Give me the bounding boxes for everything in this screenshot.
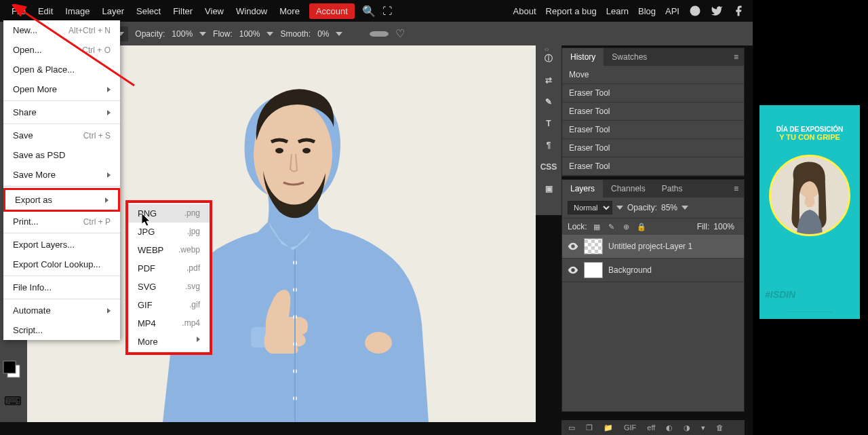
twitter-icon[interactable] [711,5,723,17]
menu-open-place[interactable]: Open & Place... [3,60,120,79]
export-mp4[interactable]: MP4.mp4 [128,314,210,333]
tab-paths[interactable]: Paths [654,180,691,197]
brush-shape-icon[interactable] [370,31,389,37]
menu-image[interactable]: Image [59,2,96,20]
panel-menu-icon[interactable]: ≡ [728,50,744,64]
link-bug[interactable]: Report a bug [546,6,597,16]
menu-window[interactable]: Window [230,2,273,20]
reddit-icon[interactable] [689,5,701,17]
menu-open[interactable]: Open...Ctrl + O [3,40,120,60]
panel-menu-icon[interactable]: ≡ [728,181,744,196]
tab-swatches[interactable]: Swatches [604,48,655,66]
menu-automate[interactable]: Automate [3,301,120,320]
lock-pixels-icon[interactable]: ✎ [606,221,617,232]
link-api[interactable]: API [665,6,679,16]
mask-icon[interactable]: ◐ [663,422,675,434]
brush-icon[interactable]: ✎ [540,93,557,111]
history-item[interactable]: Eraser Tool [562,157,744,176]
text-icon[interactable]: T [540,115,557,132]
menu-export-lookup[interactable]: Export Color Lookup... [3,254,120,274]
opacity-value[interactable]: 100% [172,29,193,39]
menu-save-psd[interactable]: Save as PSD [3,145,120,165]
lock-position-icon[interactable]: ⊕ [621,221,632,232]
menu-file-info[interactable]: File Info... [3,278,120,297]
opacity-dropdown-icon[interactable] [199,32,206,36]
link-about[interactable]: About [513,6,536,16]
history-item[interactable]: Move [562,66,744,84]
chevron-right-icon [197,337,200,342]
history-item[interactable]: Eraser Tool [562,84,744,102]
chevron-down-icon[interactable] [616,206,623,210]
menu-edit[interactable]: Edit [32,2,59,20]
image-icon[interactable]: ▣ [540,180,557,197]
duplicate-icon[interactable]: ❐ [583,422,595,434]
menu-more[interactable]: More [273,2,306,20]
menu-file[interactable]: File [5,2,32,20]
lock-all-icon[interactable]: 🔒 [636,221,647,232]
lock-label: Lock: [568,222,587,231]
menu-export-layers[interactable]: Export Layers... [3,235,120,254]
svg-rect-2 [3,361,16,373]
menu-export-as[interactable]: Export as [3,188,120,212]
menu-filter[interactable]: Filter [167,2,199,20]
search-icon[interactable]: 🔍 [362,5,376,18]
menu-save-more[interactable]: Save More [3,165,120,185]
layer-row[interactable]: Untitled project-Layer 1 [562,235,744,259]
panel-handle-left[interactable]: ‹› [545,45,549,53]
new-layer-icon[interactable]: ▭ [566,422,578,434]
eff-label[interactable]: eff [644,422,658,433]
trash-icon[interactable]: 🗑 [713,422,726,433]
history-item[interactable]: Eraser Tool [562,121,744,139]
css-icon[interactable]: CSS [540,158,557,176]
heart-icon[interactable]: ♡ [395,27,405,40]
menu-open-more[interactable]: Open More [3,79,120,99]
lock-transparent-icon[interactable]: ▦ [591,221,602,232]
visibility-icon[interactable] [568,241,578,252]
link-learn[interactable]: Learn [606,6,629,16]
export-webp[interactable]: WEBP.webp [128,241,210,259]
flow-dropdown-icon[interactable] [267,32,273,36]
link-blog[interactable]: Blog [638,6,656,16]
merge-icon[interactable]: ▾ [698,422,708,434]
flow-value[interactable]: 100% [239,29,260,39]
color-swatches[interactable] [2,360,22,383]
export-pdf[interactable]: PDF.pdf [128,259,210,278]
layer-row[interactable]: Background [562,259,744,282]
swap-icon[interactable]: ⇄ [540,71,557,89]
facebook-icon[interactable] [732,5,745,17]
tab-layers[interactable]: Layers [562,180,603,197]
export-png[interactable]: PNG.png [128,204,210,223]
menu-layer[interactable]: Layer [96,2,131,20]
export-jpg[interactable]: JPG.jpg [128,223,210,241]
folder-icon[interactable]: 📁 [601,422,616,434]
export-more[interactable]: More [128,333,210,351]
chevron-down-icon[interactable] [682,206,688,210]
menu-new[interactable]: New...Alt+Ctrl + N [3,20,120,40]
smooth-dropdown-icon[interactable] [336,32,342,36]
smooth-value[interactable]: 0% [317,29,329,39]
fill-value[interactable]: 100% [713,222,734,231]
export-submenu: PNG.png JPG.jpg WEBP.webp PDF.pdf SVG.sv… [125,200,212,355]
adjustment-icon[interactable]: ◑ [681,422,693,434]
gif-label[interactable]: GIF [621,422,639,433]
menu-script[interactable]: Script... [3,320,120,340]
export-gif[interactable]: GIF.gif [128,296,210,314]
menu-view[interactable]: View [199,2,230,20]
history-item[interactable]: Eraser Tool [562,139,744,157]
layer-opacity-value[interactable]: 85% [661,203,677,212]
blend-mode-select[interactable]: Normal [568,201,612,214]
menu-share[interactable]: Share [3,102,120,122]
menu-save[interactable]: SaveCtrl + S [3,126,120,145]
export-svg[interactable]: SVG.svg [128,278,210,296]
history-item[interactable]: Eraser Tool [562,102,744,121]
menu-print[interactable]: Print...Ctrl + P [3,212,120,231]
tab-history[interactable]: History [562,48,604,66]
visibility-icon[interactable] [568,265,578,276]
menu-select[interactable]: Select [130,2,167,20]
menu-account[interactable]: Account [309,3,355,19]
ad-sidebar[interactable]: DÍA DE EXPOSICIÓN Y TU CON GRIPE #ISDIN … [760,105,860,319]
fullscreen-icon[interactable]: ⛶ [382,5,392,16]
tab-channels[interactable]: Channels [603,180,654,197]
keyboard-icon[interactable]: ⌨ [4,394,22,409]
paragraph-icon[interactable]: ¶ [540,136,557,154]
